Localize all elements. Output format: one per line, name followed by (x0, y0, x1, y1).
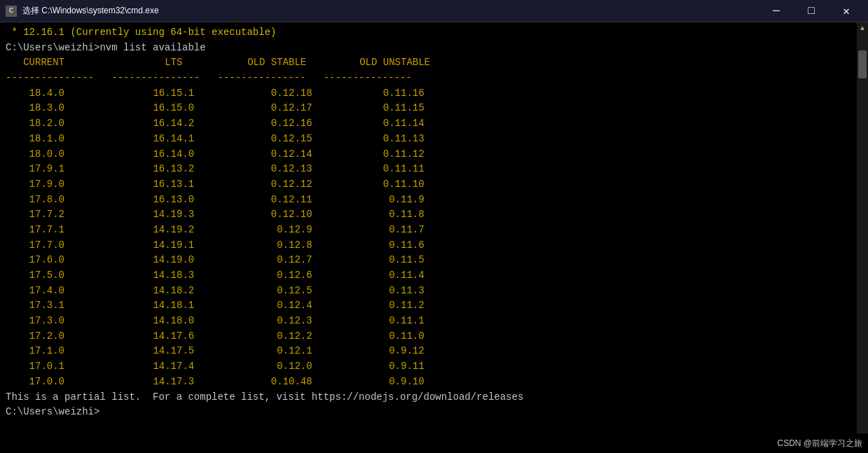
watermark-text: CSDN @前端学习之旅 (777, 438, 862, 449)
table-row: 17.3.1 14.18.1 0.12.4 0.11.2 (6, 298, 851, 314)
cell-17-3: 0.9.12 (342, 344, 454, 359)
table-row: 17.0.1 14.17.4 0.12.0 0.9.11 (6, 359, 851, 375)
cell-1-0: 18.3.0 (6, 101, 118, 116)
cell-1-3: 0.11.15 (342, 101, 454, 116)
table-row: 17.7.2 14.19.3 0.12.10 0.11.8 (6, 207, 851, 223)
cell-16-1: 14.17.6 (118, 329, 230, 344)
cell-6-0: 17.9.0 (6, 177, 118, 193)
cell-8-0: 17.7.2 (6, 207, 118, 223)
cell-7-0: 17.8.0 (6, 193, 118, 208)
prompt-line-2: C:\Users\weizhi> (6, 405, 851, 420)
cell-1-2: 0.12.17 (230, 101, 342, 116)
cell-13-2: 0.12.5 (230, 284, 342, 299)
cell-19-2: 0.10.48 (230, 375, 342, 390)
table-row: 17.1.0 14.17.5 0.12.1 0.9.12 (6, 344, 851, 359)
cell-19-1: 14.17.3 (118, 375, 230, 390)
cell-19-3: 0.9.10 (342, 375, 454, 390)
cell-18-0: 17.0.1 (6, 359, 118, 375)
cell-14-3: 0.11.2 (342, 298, 454, 314)
scrollbar-thumb[interactable] (858, 50, 867, 78)
table-row: 17.7.1 14.19.2 0.12.9 0.11.7 (6, 223, 851, 238)
cell-6-3: 0.11.10 (342, 177, 454, 193)
table-row: 17.6.0 14.19.0 0.12.7 0.11.5 (6, 253, 851, 268)
cell-12-2: 0.12.6 (230, 268, 342, 284)
cell-4-0: 18.0.0 (6, 147, 118, 162)
cell-11-0: 17.6.0 (6, 253, 118, 268)
cell-10-2: 0.12.8 (230, 238, 342, 253)
table-row: 17.4.0 14.18.2 0.12.5 0.11.3 (6, 284, 851, 299)
cell-13-3: 0.11.3 (342, 284, 454, 299)
window-controls: ─ □ ✕ (760, 0, 862, 22)
cell-7-2: 0.12.11 (230, 193, 342, 208)
cell-3-2: 0.12.15 (230, 132, 342, 147)
cell-5-1: 16.13.2 (118, 162, 230, 177)
cmd-icon: C (6, 6, 17, 17)
table-row: 17.2.0 14.17.6 0.12.2 0.11.0 (6, 329, 851, 344)
cell-15-2: 0.12.3 (230, 314, 342, 329)
cell-12-3: 0.11.4 (342, 268, 454, 284)
cell-10-3: 0.11.6 (342, 238, 454, 253)
table-row: 17.9.0 16.13.1 0.12.12 0.11.10 (6, 177, 851, 193)
cell-0-2: 0.12.18 (230, 86, 342, 102)
cell-6-2: 0.12.12 (230, 177, 342, 193)
cmd-line-1: C:\Users\weizhi>nvm list available (6, 41, 851, 56)
cell-5-2: 0.12.13 (230, 162, 342, 177)
table-row: 18.1.0 16.14.1 0.12.15 0.11.13 (6, 132, 851, 147)
cell-16-2: 0.12.2 (230, 329, 342, 344)
cell-13-1: 14.18.2 (118, 284, 230, 299)
cell-13-0: 17.4.0 (6, 284, 118, 299)
table-header: CURRENT LTS OLD STABLE OLD UNSTABLE (6, 55, 851, 71)
table-row: 18.0.0 16.14.0 0.12.14 0.11.12 (6, 147, 851, 162)
cell-17-1: 14.17.5 (118, 344, 230, 359)
cell-8-3: 0.11.8 (342, 207, 454, 223)
nvm-version-line: * 12.16.1 (Currently using 64-bit execut… (6, 25, 851, 41)
header-old-unstable: OLD UNSTABLE (342, 55, 454, 71)
table-row: 17.9.1 16.13.2 0.12.13 0.11.11 (6, 162, 851, 177)
table-row: 18.4.0 16.15.1 0.12.18 0.11.16 (6, 86, 851, 102)
close-button[interactable]: ✕ (830, 0, 862, 22)
cell-4-3: 0.11.12 (342, 147, 454, 162)
cell-2-1: 16.14.2 (118, 116, 230, 132)
table-row: 17.8.0 16.13.0 0.12.11 0.11.9 (6, 193, 851, 208)
cell-9-0: 17.7.1 (6, 223, 118, 238)
bottom-bar: CSDN @前端学习之旅 (0, 433, 868, 453)
cell-4-1: 16.14.0 (118, 147, 230, 162)
minimize-button[interactable]: ─ (760, 0, 792, 22)
cell-0-1: 16.15.1 (118, 86, 230, 102)
table-row: 18.2.0 16.14.2 0.12.16 0.11.14 (6, 116, 851, 132)
cell-7-3: 0.11.9 (342, 193, 454, 208)
cell-16-3: 0.11.0 (342, 329, 454, 344)
cell-18-1: 14.17.4 (118, 359, 230, 375)
cell-9-1: 14.19.2 (118, 223, 230, 238)
cell-7-1: 16.13.0 (118, 193, 230, 208)
maximize-button[interactable]: □ (795, 0, 827, 22)
cell-17-2: 0.12.1 (230, 344, 342, 359)
cell-2-2: 0.12.16 (230, 116, 342, 132)
cell-8-2: 0.12.10 (230, 207, 342, 223)
cell-2-0: 18.2.0 (6, 116, 118, 132)
cell-12-1: 14.18.3 (118, 268, 230, 284)
cell-2-3: 0.11.14 (342, 116, 454, 132)
scroll-up-arrow[interactable]: ▲ (857, 22, 868, 34)
cell-11-2: 0.12.7 (230, 253, 342, 268)
cell-15-0: 17.3.0 (6, 314, 118, 329)
cell-6-1: 16.13.1 (118, 177, 230, 193)
cell-14-1: 14.18.1 (118, 298, 230, 314)
cell-11-3: 0.11.5 (342, 253, 454, 268)
cell-16-0: 17.2.0 (6, 329, 118, 344)
window-title: 选择 C:\Windows\system32\cmd.exe (22, 5, 159, 17)
cell-14-0: 17.3.1 (6, 298, 118, 314)
cell-10-1: 14.19.1 (118, 238, 230, 253)
header-current: CURRENT (6, 55, 118, 71)
table-row: 17.0.0 14.17.3 0.10.48 0.9.10 (6, 375, 851, 390)
cell-0-3: 0.11.16 (342, 86, 454, 102)
cell-15-1: 14.18.0 (118, 314, 230, 329)
cell-1-1: 16.15.0 (118, 101, 230, 116)
cell-10-0: 17.7.0 (6, 238, 118, 253)
cell-5-0: 17.9.1 (6, 162, 118, 177)
scrollbar[interactable]: ▲ ▼ (857, 22, 868, 453)
table-row: 18.3.0 16.15.0 0.12.17 0.11.15 (6, 101, 851, 116)
cell-9-3: 0.11.7 (342, 223, 454, 238)
cell-0-0: 18.4.0 (6, 86, 118, 102)
cell-8-1: 14.19.3 (118, 207, 230, 223)
